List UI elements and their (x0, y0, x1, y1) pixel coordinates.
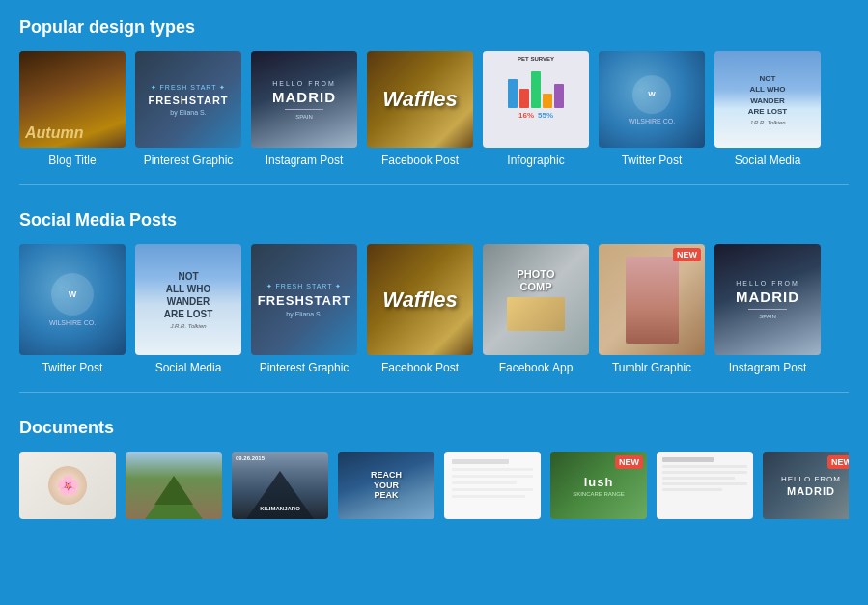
design-item-twitter-2-label: Twitter Post (42, 361, 103, 374)
design-item-instagram-1-label: Instagram Post (266, 153, 344, 167)
new-badge-tumblr: NEW (673, 248, 701, 261)
popular-section: Popular design types Autumn Blog Title ✦… (0, 0, 868, 177)
design-item-doc-kennedy[interactable]: HELLO FROM MADRID NEW (763, 452, 849, 519)
popular-title: Popular design types (19, 17, 849, 38)
design-item-twitter-1[interactable]: W WILSHIRE CO. Twitter Post (599, 51, 705, 167)
design-item-twitter-2[interactable]: W WILSHIRE CO. Twitter Post (19, 244, 126, 374)
popular-items-row: Autumn Blog Title ✦ FRESH START ✦ FRESHS… (19, 51, 849, 167)
design-item-pinterest-1-label: Pinterest Graphic (144, 153, 234, 167)
design-item-facebook-2-label: Facebook Post (381, 361, 459, 374)
design-item-doc-mountain[interactable] (126, 452, 222, 519)
design-item-instagram-1[interactable]: HELLO FROM MADRID SPAIN Instagram Post (251, 51, 357, 167)
divider-1 (19, 184, 849, 185)
design-item-pinterest-2-label: Pinterest Graphic (260, 361, 350, 374)
documents-section: Documents 🌸 (0, 400, 868, 529)
documents-items-row: 🌸 09.26.2015 KILIMANJARO (19, 452, 849, 519)
social-title: Social Media Posts (19, 210, 849, 231)
design-item-infographic[interactable]: PET SURVEY 16% 55% Infographic (483, 51, 589, 167)
design-item-infographic-label: Infographic (507, 153, 564, 167)
design-item-instagram-2[interactable]: HELLO FROM MADRID SPAIN Instagram Post (714, 244, 821, 374)
design-item-social-media-2-label: Social Media (155, 361, 222, 374)
design-item-pinterest-2[interactable]: ✦ FRESH START ✦ FRESHSTART by Eliana S. … (251, 244, 357, 374)
design-item-doc-white[interactable] (444, 452, 541, 519)
design-item-facebook-app[interactable]: PHOTOCOMP Facebook App (483, 244, 589, 374)
documents-title: Documents (19, 418, 849, 438)
design-item-instagram-2-label: Instagram Post (729, 361, 807, 374)
design-item-doc-lush[interactable]: lush SKINCARE RANGE NEW (550, 452, 647, 519)
design-item-pinterest-1[interactable]: ✦ FRESH START ✦ FRESHSTART by Eliana S. … (135, 51, 241, 167)
social-section: Social Media Posts W WILSHIRE CO. Twitte… (0, 193, 868, 384)
design-item-twitter-1-label: Twitter Post (622, 153, 683, 167)
design-item-tumblr[interactable]: NEW Tumblr Graphic (599, 244, 705, 374)
design-item-social-media-1[interactable]: NOTALL WHOWANDERARE LOST J.R.R. Tolkien … (714, 51, 821, 167)
design-item-facebook-1[interactable]: Waffles Facebook Post (367, 51, 473, 167)
new-badge-kennedy: NEW (827, 455, 849, 469)
design-item-facebook-2[interactable]: Waffles Facebook Post (367, 244, 473, 374)
divider-2 (19, 392, 849, 393)
design-item-social-media-1-label: Social Media (735, 153, 801, 167)
design-item-doc-mountain2[interactable]: 09.26.2015 KILIMANJARO (232, 452, 328, 519)
design-item-blog-title[interactable]: Autumn Blog Title (19, 51, 126, 167)
new-badge-lush: NEW (615, 455, 643, 469)
design-item-blog-title-label: Blog Title (48, 153, 96, 167)
social-items-row: W WILSHIRE CO. Twitter Post NOTALL WHOWA… (19, 244, 849, 374)
design-item-social-media-2[interactable]: NOTALL WHOWANDERARE LOST J.R.R. Tolkien … (135, 244, 241, 374)
design-item-tumblr-label: Tumblr Graphic (612, 361, 691, 374)
design-item-doc-flower[interactable]: 🌸 (19, 452, 116, 519)
design-item-doc-leisurecare[interactable] (657, 452, 753, 519)
design-item-doc-peak[interactable]: REACHYOURPEAK (338, 452, 434, 519)
design-item-facebook-app-label: Facebook App (499, 361, 574, 374)
design-item-facebook-1-label: Facebook Post (381, 153, 459, 167)
